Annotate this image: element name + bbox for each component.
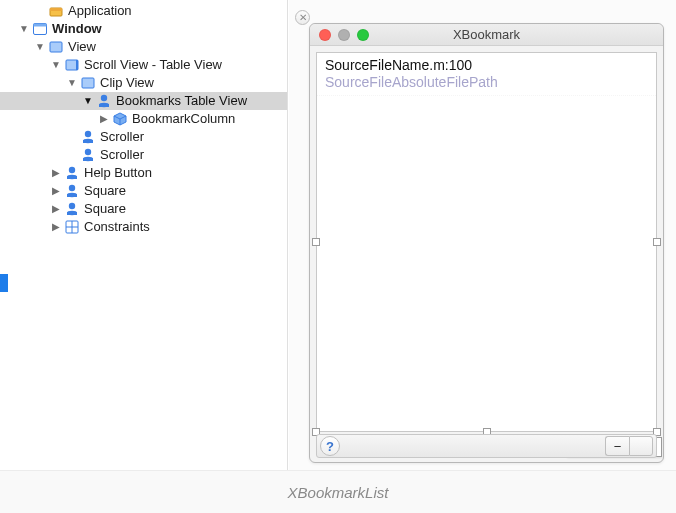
svg-point-22 bbox=[69, 185, 75, 191]
outline-item-label: Square bbox=[84, 182, 126, 200]
svg-rect-24 bbox=[67, 194, 77, 197]
segmented-control: − bbox=[605, 436, 653, 456]
disclosure-triangle-icon[interactable]: ▼ bbox=[34, 41, 46, 53]
svg-rect-3 bbox=[34, 24, 47, 27]
view-icon bbox=[80, 75, 96, 91]
constraints-icon bbox=[64, 219, 80, 235]
interface-builder-canvas: ✕ XBookmark SourceFileName.m:100 SourceF… bbox=[289, 0, 676, 470]
source-file-path-label: SourceFileAbsoluteFilePath bbox=[325, 74, 648, 91]
outline-item-label: Constraints bbox=[84, 218, 150, 236]
resize-handle[interactable] bbox=[312, 238, 320, 246]
outline-row-help-button[interactable]: ▶Help Button bbox=[0, 164, 287, 182]
svg-point-19 bbox=[69, 167, 75, 173]
disclosure-triangle-icon[interactable]: ▶ bbox=[98, 113, 110, 125]
outline-item-label: Scroller bbox=[100, 128, 144, 146]
outline-item-label: Bookmarks Table View bbox=[116, 92, 247, 110]
bookmarks-table-view[interactable]: SourceFileName.m:100 SourceFileAbsoluteF… bbox=[316, 52, 657, 432]
svg-point-8 bbox=[101, 95, 107, 101]
help-button[interactable]: ? bbox=[320, 436, 340, 456]
outline-item-label: Window bbox=[52, 20, 102, 38]
outline-row-application[interactable]: Application bbox=[0, 2, 287, 20]
svg-rect-18 bbox=[83, 158, 93, 161]
window-minimize-button[interactable] bbox=[338, 29, 350, 41]
outline-item-label: Clip View bbox=[100, 74, 154, 92]
svg-rect-1 bbox=[50, 8, 62, 11]
disclosure-triangle-icon[interactable]: ▼ bbox=[82, 95, 94, 107]
disclosure-triangle-icon[interactable]: ▼ bbox=[50, 59, 62, 71]
figure-caption: XBookmarkList bbox=[288, 484, 389, 501]
outline-item-label: Scroll View - Table View bbox=[84, 56, 222, 74]
source-file-name-label: SourceFileName.m:100 bbox=[325, 57, 648, 74]
disclosure-triangle-icon[interactable]: ▼ bbox=[18, 23, 30, 35]
outline-item-label: Scroller bbox=[100, 146, 144, 164]
svg-rect-7 bbox=[82, 78, 94, 88]
svg-rect-21 bbox=[67, 176, 77, 179]
outline-row-bookmarkcolumn[interactable]: ▶BookmarkColumn bbox=[0, 110, 287, 128]
outline-item-label: BookmarkColumn bbox=[132, 110, 235, 128]
svg-rect-10 bbox=[99, 104, 109, 107]
svg-rect-4 bbox=[50, 42, 62, 52]
disclosure-triangle-icon[interactable]: ▶ bbox=[50, 203, 62, 215]
svg-rect-27 bbox=[67, 212, 77, 215]
cube-icon bbox=[112, 111, 128, 127]
scroller-icon bbox=[64, 201, 80, 217]
close-canvas-icon[interactable]: ✕ bbox=[295, 10, 310, 25]
document-outline-panel: Application▼Window▼View▼Scroll View - Ta… bbox=[0, 0, 288, 470]
scroll-icon bbox=[64, 57, 80, 73]
svg-rect-6 bbox=[76, 60, 78, 70]
outline-row-scroller[interactable]: Scroller bbox=[0, 128, 287, 146]
application-icon bbox=[48, 3, 64, 19]
preview-window: XBookmark SourceFileName.m:100 SourceFil… bbox=[309, 23, 664, 463]
scroller-icon bbox=[80, 129, 96, 145]
scroller-icon bbox=[64, 165, 80, 181]
outline-row-scroll-view-table-view[interactable]: ▼Scroll View - Table View bbox=[0, 56, 287, 74]
svg-point-13 bbox=[85, 131, 91, 137]
resize-handle[interactable] bbox=[653, 238, 661, 246]
disclosure-triangle-icon[interactable]: ▼ bbox=[66, 77, 78, 89]
window-icon bbox=[32, 21, 48, 37]
scroller-icon bbox=[64, 183, 80, 199]
disclosure-placeholder bbox=[66, 131, 78, 143]
minus-icon: − bbox=[614, 439, 622, 454]
disclosure-triangle-icon[interactable]: ▶ bbox=[50, 167, 62, 179]
outline-row-view[interactable]: ▼View bbox=[0, 38, 287, 56]
outline-row-square[interactable]: ▶Square bbox=[0, 200, 287, 218]
outline-item-label: View bbox=[68, 38, 96, 56]
scroller-icon bbox=[80, 147, 96, 163]
segment-button[interactable] bbox=[629, 436, 653, 456]
outline-row-scroller[interactable]: Scroller bbox=[0, 146, 287, 164]
outline-item-label: Help Button bbox=[84, 164, 152, 182]
outline-item-label: Square bbox=[84, 200, 126, 218]
window-titlebar: XBookmark bbox=[310, 24, 663, 46]
disclosure-placeholder bbox=[66, 149, 78, 161]
outline-row-square[interactable]: ▶Square bbox=[0, 182, 287, 200]
scroll-indicator bbox=[0, 274, 8, 292]
outline-row-window[interactable]: ▼Window bbox=[0, 20, 287, 38]
view-icon bbox=[48, 39, 64, 55]
outline-item-label: Application bbox=[68, 2, 132, 20]
window-close-button[interactable] bbox=[319, 29, 331, 41]
table-icon bbox=[96, 93, 112, 109]
disclosure-placeholder bbox=[34, 5, 46, 17]
svg-point-16 bbox=[85, 149, 91, 155]
table-row[interactable]: SourceFileName.m:100 SourceFileAbsoluteF… bbox=[317, 53, 656, 96]
disclosure-triangle-icon[interactable]: ▶ bbox=[50, 185, 62, 197]
svg-rect-15 bbox=[83, 140, 93, 143]
outline-row-bookmarks-table-view[interactable]: ▼Bookmarks Table View bbox=[0, 92, 287, 110]
window-zoom-button[interactable] bbox=[357, 29, 369, 41]
svg-point-25 bbox=[69, 203, 75, 209]
outline-row-clip-view[interactable]: ▼Clip View bbox=[0, 74, 287, 92]
outline-row-constraints[interactable]: ▶Constraints bbox=[0, 218, 287, 236]
remove-button[interactable]: − bbox=[605, 436, 629, 456]
window-footer-bar: ? − bbox=[316, 434, 657, 458]
disclosure-triangle-icon[interactable]: ▶ bbox=[50, 221, 62, 233]
caption-band: XBookmarkList bbox=[0, 470, 676, 513]
